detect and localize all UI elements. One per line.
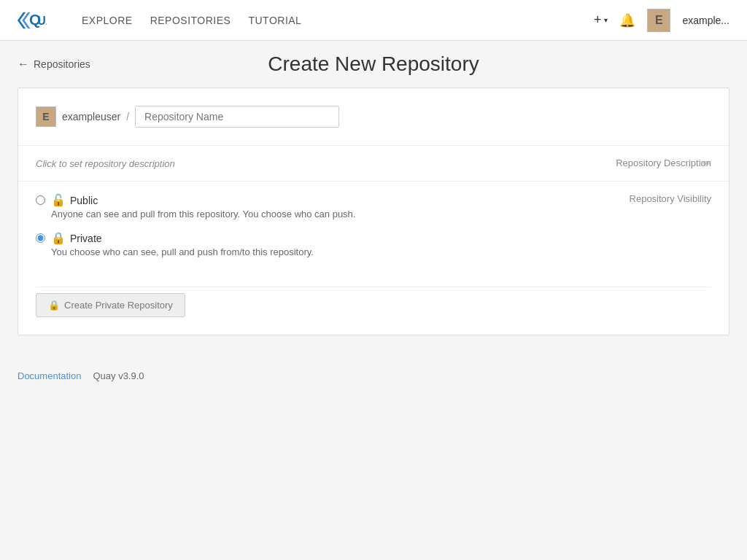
back-arrow-icon: ←	[18, 58, 29, 71]
bell-icon: 🔔	[619, 13, 635, 28]
nav-explore[interactable]: EXPLORE	[82, 15, 133, 26]
add-dropdown-arrow: ▾	[604, 16, 608, 24]
header: Q UAY EXPLORE REPOSITORIES TUTORIAL + ▾ …	[0, 0, 747, 41]
public-content: 🔓 Public Anyone can see and pull from th…	[51, 193, 355, 219]
nav-repositories[interactable]: REPOSITORIES	[150, 15, 231, 26]
create-btn-label: Create Private Repository	[64, 300, 173, 311]
slash-separator: /	[126, 111, 129, 122]
private-title-row: 🔒 Private	[51, 231, 314, 245]
version-text: Quay v3.9.0	[93, 370, 144, 381]
avatar: E	[647, 9, 670, 32]
edit-icon[interactable]: ✏	[703, 158, 711, 169]
private-desc: You choose who can see, pull and push fr…	[51, 246, 314, 257]
username-text: exampleuser	[62, 111, 120, 122]
public-radio[interactable]	[36, 195, 45, 205]
public-desc: Anyone can see and pull from this reposi…	[51, 209, 355, 219]
create-lock-icon: 🔒	[48, 300, 60, 311]
repo-name-row: E exampleuser /	[36, 106, 711, 128]
create-repo-button[interactable]: 🔒 Create Private Repository	[36, 293, 185, 317]
user-avatar-small: E	[36, 106, 56, 127]
private-option: 🔒 Private You choose who can see, pull a…	[36, 231, 711, 257]
private-radio[interactable]	[36, 233, 45, 243]
logo[interactable]: Q UAY	[18, 7, 47, 34]
visibility-label: Repository Visibility	[630, 193, 711, 204]
visibility-section: Repository Visibility 🔓 Public Anyone ca…	[36, 182, 711, 281]
private-content: 🔒 Private You choose who can see, pull a…	[51, 231, 314, 257]
description-section: Repository Description Click to set repo…	[36, 146, 711, 181]
breadcrumb-bar: ← Repositories Create New Repository	[0, 41, 747, 88]
notifications-button[interactable]: 🔔	[619, 12, 635, 28]
footer: Documentation Quay v3.9.0	[0, 353, 747, 399]
svg-text:UAY: UAY	[37, 15, 47, 27]
username-display[interactable]: example...	[682, 15, 729, 26]
unlock-icon: 🔓	[51, 193, 66, 207]
private-title[interactable]: Private	[70, 233, 102, 244]
repo-name-input[interactable]	[135, 106, 339, 128]
header-right: + ▾ 🔔 E example...	[594, 9, 729, 32]
nav-tutorial[interactable]: TUTORIAL	[248, 15, 301, 26]
breadcrumb[interactable]: ← Repositories	[18, 58, 90, 71]
page-title: Create New Repository	[268, 52, 479, 76]
action-section: 🔒 Create Private Repository	[36, 287, 711, 317]
public-title-row: 🔓 Public	[51, 193, 355, 207]
main-nav: EXPLORE REPOSITORIES TUTORIAL	[82, 15, 570, 26]
description-label: Repository Description	[616, 158, 711, 168]
lock-icon: 🔒	[51, 231, 66, 245]
breadcrumb-label: Repositories	[34, 58, 90, 70]
main-content: E exampleuser / Repository Description C…	[0, 88, 747, 353]
public-title[interactable]: Public	[70, 195, 98, 206]
public-option: 🔓 Public Anyone can see and pull from th…	[36, 193, 711, 219]
documentation-link[interactable]: Documentation	[18, 370, 81, 381]
create-repo-card: E exampleuser / Repository Description C…	[18, 88, 729, 335]
add-button[interactable]: + ▾	[594, 12, 608, 28]
description-placeholder[interactable]: Click to set repository description	[36, 158, 175, 169]
plus-icon: +	[594, 12, 602, 28]
